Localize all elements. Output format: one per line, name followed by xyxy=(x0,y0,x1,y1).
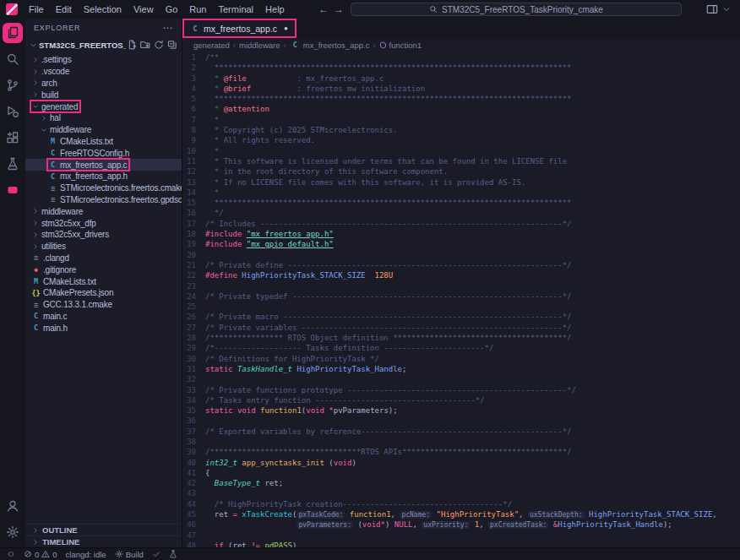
menu-terminal[interactable]: Terminal xyxy=(213,3,260,16)
code-line[interactable]: 40int32_t app_synctasks_init (void) xyxy=(182,458,740,468)
tree-item[interactable]: Cmx_freertos_app.h xyxy=(25,171,182,182)
code-line[interactable]: 18#include "mx_freertos_app.h" xyxy=(182,229,740,239)
code-line[interactable]: 20 xyxy=(182,250,740,260)
accounts-icon[interactable] xyxy=(3,496,23,516)
code-line[interactable]: 39/*********************************RTOS… xyxy=(182,447,740,457)
menu-go[interactable]: Go xyxy=(160,3,184,16)
code-line[interactable]: 41{ xyxy=(182,468,740,478)
tree-item[interactable]: ≡GCC.13.3.1.cmake xyxy=(25,299,182,311)
outline-section[interactable]: OUTLINE xyxy=(25,524,182,536)
tree-item[interactable]: ≡STMicroelectronics.freertos.gpdsc xyxy=(25,194,182,206)
code-line[interactable]: 23 xyxy=(182,281,740,291)
menu-view[interactable]: View xyxy=(128,3,160,16)
breadcrumb-item[interactable]: middleware xyxy=(239,41,280,50)
code-line[interactable]: 14 * xyxy=(182,188,740,198)
command-center-search[interactable]: STM32C5_FreeRTOS_TaskPriority_cmake xyxy=(351,3,682,16)
code-line[interactable]: 24/* Private typedef -------------------… xyxy=(182,291,740,302)
code-line[interactable]: 28/**************** RTOS Object definiti… xyxy=(182,333,740,343)
tree-item[interactable]: stm32c5xx_dfp xyxy=(25,217,182,229)
breadcrumb-item[interactable]: function1 xyxy=(379,41,422,50)
code-line[interactable]: 12 * in the root directory of this softw… xyxy=(182,166,740,177)
settings-icon[interactable] xyxy=(3,522,23,542)
problems[interactable]: 00 xyxy=(24,550,57,559)
code-line[interactable]: 37/* Exported variables by reference----… xyxy=(182,427,740,437)
code-line[interactable]: 22#define HighPriorityTask_STACK_SIZE 12… xyxy=(182,270,740,280)
ctest-button[interactable] xyxy=(169,550,177,558)
tree-item[interactable]: arch xyxy=(25,78,182,90)
code-line[interactable]: 46 pvParameters: (void*) NULL, uxPriorit… xyxy=(182,519,740,530)
run-debug-icon[interactable] xyxy=(3,101,23,122)
tree-item[interactable]: MCMakeLists.txt xyxy=(25,136,182,148)
tree-item[interactable]: Cmx_freertos_app.c xyxy=(25,159,182,171)
tree-item[interactable]: MCMakeLists.txt xyxy=(25,275,182,287)
collapse-all-icon[interactable] xyxy=(167,40,177,50)
code-line[interactable]: 26/* Private macro ---------------------… xyxy=(182,312,740,322)
remote-indicator[interactable] xyxy=(7,550,15,558)
cmake-build-button[interactable]: Build xyxy=(115,550,144,559)
code-line[interactable]: 7 * xyxy=(182,115,740,125)
chevron-down-icon[interactable] xyxy=(722,5,731,14)
code-line[interactable]: 38 xyxy=(182,437,740,447)
code-line[interactable]: 17/* Includes --------------------------… xyxy=(182,219,740,229)
code-line[interactable]: 19#include "mx_gpio_default.h" xyxy=(182,239,740,249)
new-file-icon[interactable] xyxy=(127,40,137,50)
code-line[interactable]: 27/* Private variables -----------------… xyxy=(182,323,740,333)
testing-icon[interactable] xyxy=(3,154,23,174)
code-line[interactable]: 42 BaseType_t ret; xyxy=(182,478,740,488)
code-line[interactable]: 47 xyxy=(182,530,740,541)
tree-item[interactable]: .settings xyxy=(25,54,182,66)
clangd-status[interactable]: clangd: idle xyxy=(66,550,106,559)
more-actions-icon[interactable]: ⋯ xyxy=(162,22,173,34)
code-line[interactable]: 25 xyxy=(182,302,740,312)
code-line[interactable]: 11 * This software is licensed under ter… xyxy=(182,156,740,166)
code-line[interactable]: 48 if (ret != pdPASS) xyxy=(182,541,740,547)
tree-item[interactable]: stm32c5xx_drivers xyxy=(25,229,182,241)
code-line[interactable]: 31static TaskHandle_t HighPriorityTask_H… xyxy=(182,364,740,374)
menu-selection[interactable]: Selection xyxy=(78,3,128,16)
code-line[interactable]: 36 xyxy=(182,416,740,426)
code-line[interactable]: 2 **************************************… xyxy=(182,63,740,73)
refresh-icon[interactable] xyxy=(154,40,164,50)
tree-item[interactable]: generated xyxy=(25,101,182,112)
menu-run[interactable]: Run xyxy=(183,3,212,16)
code-line[interactable]: 4 * @brief : freertos mw initialization xyxy=(182,84,740,94)
tree-item[interactable]: middleware xyxy=(25,124,182,136)
code-line[interactable]: 35static void function1(void *pvParamete… xyxy=(182,405,740,416)
code-line[interactable]: 45 ret = xTaskCreate(pxTaskCode: functio… xyxy=(182,509,740,519)
new-folder-icon[interactable] xyxy=(140,40,150,50)
code-line[interactable]: 16 */ xyxy=(182,208,740,218)
search-icon[interactable] xyxy=(3,49,23,69)
menu-file[interactable]: File xyxy=(23,3,50,16)
code-line[interactable]: 5 **************************************… xyxy=(182,94,740,104)
tree-item[interactable]: .vscode xyxy=(25,66,182,78)
menu-help[interactable]: Help xyxy=(259,3,291,16)
tab-mx-freertos-app-c[interactable]: C mx_freertos_app.c ● xyxy=(182,19,297,38)
explorer-icon[interactable] xyxy=(3,23,23,43)
workspace-section-header[interactable]: STM32C5_FREERTOS_TASKPRI... xyxy=(25,36,182,53)
code-line[interactable]: 1/** xyxy=(182,52,740,63)
code-line[interactable]: 10 * xyxy=(182,146,740,156)
tree-item[interactable]: Cmain.c xyxy=(25,311,182,323)
code-line[interactable]: 15 *************************************… xyxy=(182,198,740,208)
menu-edit[interactable]: Edit xyxy=(50,3,78,16)
tree-item[interactable]: {}CMakePresets.json xyxy=(25,287,182,299)
code-line[interactable]: 32 xyxy=(182,374,740,384)
code-line[interactable]: 33/* Private functions prototype -------… xyxy=(182,385,740,395)
code-line[interactable]: 3 * @file : mx_freertos_app.c xyxy=(182,73,740,84)
tree-item[interactable]: ◆.gitignore xyxy=(25,264,182,275)
code-line[interactable]: 9 * All rights reserved. xyxy=(182,135,740,145)
build-check-button[interactable] xyxy=(152,550,161,558)
tree-item[interactable]: CFreeRTOSConfig.h xyxy=(25,147,182,159)
stm32-extension-icon[interactable] xyxy=(3,180,23,200)
breadcrumb-item[interactable]: Cmx_freertos_app.c xyxy=(290,41,370,50)
code-line[interactable]: 44 /* HighPriorityTask creation---------… xyxy=(182,499,740,509)
layout-panel-icon[interactable] xyxy=(706,3,718,15)
tree-item[interactable]: ≡.clangd xyxy=(25,253,182,264)
code-line[interactable]: 43 xyxy=(182,488,740,498)
code-line[interactable]: 30/* Definitions for HighPriorityTask */ xyxy=(182,354,740,364)
extensions-icon[interactable] xyxy=(3,128,23,148)
tree-item[interactable]: middleware xyxy=(25,205,182,217)
code-line[interactable]: 6 * @attention xyxy=(182,104,740,114)
tree-item[interactable]: hal xyxy=(25,112,182,124)
modified-dot-icon[interactable]: ● xyxy=(284,24,288,32)
